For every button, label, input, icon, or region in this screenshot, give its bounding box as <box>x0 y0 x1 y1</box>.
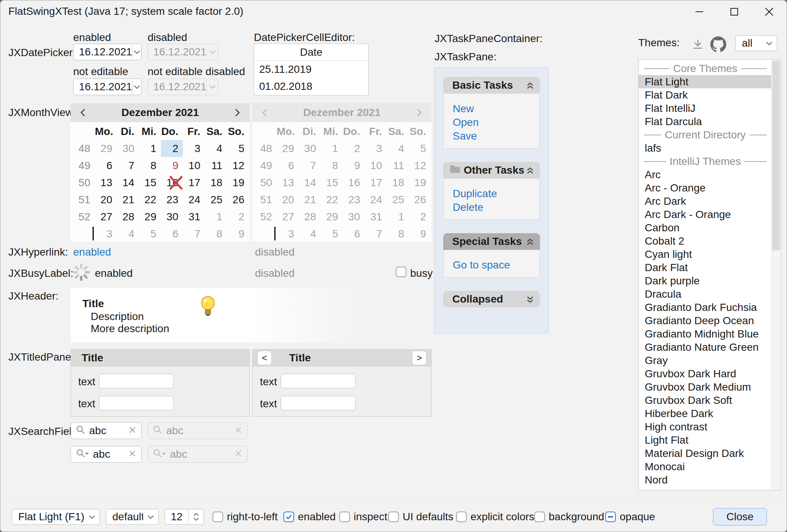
maximize-button[interactable] <box>717 0 752 23</box>
checkbox-enabled[interactable] <box>283 512 294 522</box>
busy-checkbox[interactable] <box>396 267 406 277</box>
text-input[interactable] <box>281 374 356 388</box>
laf-combo[interactable]: Flat Light (F1) <box>12 509 100 525</box>
checkbox-right-to-left[interactable] <box>212 512 223 522</box>
chevron-down-icon[interactable] <box>132 44 141 60</box>
theme-item-dracula[interactable]: Dracula <box>639 287 772 301</box>
monthview-enabled[interactable]: Dezember 2021Mo.Di.Mi.Do.Fr.Sa.So.482930… <box>71 103 250 242</box>
theme-item-arc[interactable]: Arc <box>639 168 772 181</box>
panel-right-button[interactable]: > <box>412 351 427 365</box>
checkbox-label-inspect[interactable]: inspect <box>354 509 387 525</box>
search-input[interactable]: abc <box>93 448 128 460</box>
table-row[interactable]: 25.11.2019 <box>254 61 368 78</box>
scale-combo[interactable]: default <box>106 509 159 525</box>
taskpane-link-open[interactable]: Open <box>444 116 540 129</box>
day-cell[interactable]: 18 <box>205 174 227 191</box>
checkbox-inspect[interactable] <box>339 512 350 522</box>
theme-item-flat-darcula[interactable]: Flat Darcula <box>639 115 772 128</box>
text-input[interactable] <box>99 374 174 388</box>
day-cell[interactable]: 12 <box>227 157 249 174</box>
theme-item-high-contrast[interactable]: High contrast <box>639 420 772 433</box>
day-cell[interactable]: 19 <box>227 174 249 191</box>
download-icon[interactable] <box>689 37 706 52</box>
checkbox-explicit-colors[interactable] <box>456 512 467 522</box>
day-cell[interactable]: 8 <box>139 157 161 174</box>
theme-item-flat-dark[interactable]: Flat Dark <box>639 88 772 102</box>
next-month-icon[interactable] <box>231 107 243 118</box>
theme-item-light-flat[interactable]: Light Flat <box>639 433 772 447</box>
minimize-button[interactable] <box>682 0 717 23</box>
theme-item-arc-orange[interactable]: Arc - Orange <box>639 181 772 195</box>
day-cell[interactable]: 5 <box>227 140 249 157</box>
day-cell[interactable]: 10 <box>183 157 205 174</box>
checkbox-label-ui-defaults[interactable]: UI defaults <box>403 509 453 525</box>
day-cell[interactable]: 30 <box>161 208 183 225</box>
day-cell[interactable]: 2 <box>161 140 183 157</box>
taskpane-link-go-to-space[interactable]: Go to space <box>444 258 540 272</box>
font-size-value[interactable]: 12 <box>165 509 188 524</box>
theme-item-arc-dark-orange[interactable]: Arc Dark - Orange <box>639 208 772 221</box>
theme-item-gruvbox-dark-medium[interactable]: Gruvbox Dark Medium <box>639 380 772 394</box>
day-cell[interactable]: 4 <box>205 140 227 157</box>
day-cell[interactable]: 28 <box>117 208 139 225</box>
day-cell[interactable]: 25 <box>205 191 227 208</box>
search-field-plain[interactable]: abc <box>71 422 142 439</box>
taskpane-link-delete[interactable]: Delete <box>444 201 540 214</box>
checkbox-label-opaque[interactable]: opaque <box>620 509 655 525</box>
day-cell[interactable]: 9 <box>161 157 183 174</box>
chevron-double-up-icon[interactable] <box>526 237 535 246</box>
theme-item-dark-purple[interactable]: Dark purple <box>639 274 772 287</box>
day-cell[interactable]: 26 <box>227 191 249 208</box>
day-cell[interactable]: 13 <box>95 174 117 191</box>
theme-item-monocai[interactable]: Monocai <box>639 460 772 473</box>
checkbox-background[interactable] <box>534 512 545 522</box>
day-cell[interactable]: 7 <box>183 225 205 242</box>
day-cell[interactable]: 3 <box>183 140 205 157</box>
day-cell[interactable]: 21 <box>117 191 139 208</box>
theme-item-flat-light[interactable]: Flat Light <box>639 75 772 88</box>
date-table-header[interactable]: Date <box>254 44 368 61</box>
theme-item-dark-flat[interactable]: Dark Flat <box>639 261 772 274</box>
chevron-double-up-icon[interactable] <box>526 166 535 175</box>
day-cell[interactable]: 4 <box>117 225 139 242</box>
theme-item-lafs[interactable]: lafs <box>639 141 772 155</box>
theme-item-arc-dark[interactable]: Arc Dark <box>639 195 772 208</box>
datepicker-value[interactable]: 16.12.2021 <box>74 44 132 60</box>
theme-item-gradianto-dark-fuchsia[interactable]: Gradianto Dark Fuchsia <box>639 301 772 314</box>
day-cell[interactable]: 29 <box>95 140 117 157</box>
checkbox-label-enabled[interactable]: enabled <box>298 509 336 525</box>
day-cell[interactable]: 5 <box>139 225 161 242</box>
text-input[interactable] <box>99 396 174 410</box>
chevron-double-down-icon[interactable] <box>526 295 535 304</box>
day-cell[interactable]: 20 <box>95 191 117 208</box>
taskpane-link-save[interactable]: Save <box>444 129 540 143</box>
themes-filter-combo[interactable]: all <box>735 35 777 51</box>
day-cell[interactable]: 30 <box>117 140 139 157</box>
day-cell[interactable]: 9 <box>227 225 249 242</box>
taskpane-link-duplicate[interactable]: Duplicate <box>444 187 540 201</box>
theme-item-material-design-dark[interactable]: Material Design Dark <box>639 447 772 460</box>
theme-item-cyan-light[interactable]: Cyan light <box>639 248 772 261</box>
day-cell[interactable]: 17 <box>183 174 205 191</box>
scrollbar-thumb[interactable] <box>772 61 780 250</box>
day-cell[interactable]: 7 <box>117 157 139 174</box>
day-cell[interactable]: 27 <box>95 208 117 225</box>
day-cell[interactable]: 8 <box>205 225 227 242</box>
hyperlink-enabled[interactable]: enabled <box>73 246 111 258</box>
day-cell[interactable]: 1 <box>205 208 227 225</box>
day-cell[interactable]: 15 <box>139 174 161 191</box>
checkbox-label-right-to-left[interactable]: right-to-left <box>227 509 278 525</box>
clear-icon[interactable] <box>128 448 137 460</box>
search-input[interactable]: abc <box>89 425 128 437</box>
day-cell[interactable]: 22 <box>139 191 161 208</box>
font-size-spinner[interactable]: 12 <box>165 509 204 525</box>
clear-icon[interactable] <box>128 425 137 437</box>
theme-item-nord[interactable]: Nord <box>639 473 772 486</box>
panel-left-button[interactable]: < <box>257 351 272 365</box>
taskpane-header-other-tasks[interactable]: Other Tasks <box>443 162 540 179</box>
day-cell[interactable]: 29 <box>139 208 161 225</box>
search-field-dropdown[interactable]: abc <box>71 446 142 463</box>
busy-checkbox-label[interactable]: busy <box>410 267 433 279</box>
taskpane-header-basic-tasks[interactable]: Basic Tasks <box>443 77 540 94</box>
theme-item-gradianto-nature-green[interactable]: Gradianto Nature Green <box>639 341 772 354</box>
